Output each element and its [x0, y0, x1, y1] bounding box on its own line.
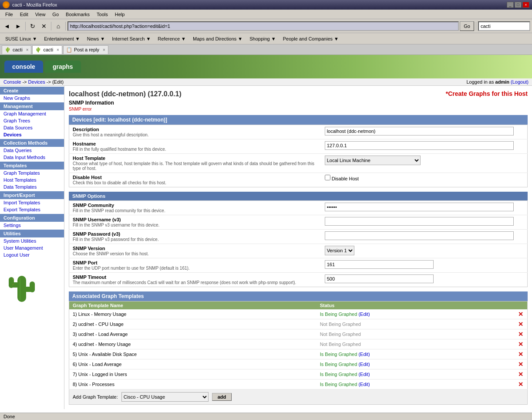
breadcrumb-devices[interactable]: Devices — [28, 79, 45, 85]
menu-help[interactable]: Help — [111, 11, 128, 18]
create-graphs-link[interactable]: *Create Graphs for this Host — [446, 90, 528, 97]
menu-tools[interactable]: Tools — [93, 11, 111, 18]
nav-people-companies[interactable]: People and Companies ▼ — [279, 35, 342, 43]
page-title: localhost (ddc-netmon) (127.0.0.1) — [69, 90, 182, 98]
snmp-port-input[interactable] — [325, 260, 434, 269]
tab-close-2[interactable]: × — [57, 47, 59, 52]
breadcrumb-sep1: -> — [22, 79, 28, 85]
graph-template-name: 7) Unix - Logged in Users — [69, 369, 317, 379]
menu-view[interactable]: View — [32, 11, 49, 18]
disable-host-checkbox[interactable] — [325, 175, 330, 180]
nav-suse-linux[interactable]: SUSE Linux ▼ — [2, 35, 40, 43]
graphs-tab[interactable]: graphs — [45, 61, 81, 73]
delete-icon[interactable]: ✕ — [518, 311, 523, 318]
description-input[interactable] — [325, 127, 514, 135]
graph-template-delete[interactable]: ✕ — [515, 339, 528, 349]
delete-icon[interactable]: ✕ — [518, 341, 523, 348]
delete-icon[interactable]: ✕ — [518, 361, 523, 368]
graph-template-delete[interactable]: ✕ — [515, 319, 528, 329]
tab-cacti-1[interactable]: 🌵 cacti × — [2, 45, 31, 54]
sidebar-import-templates[interactable]: Import Templates — [0, 199, 64, 206]
host-template-label: Host Template — [73, 156, 318, 161]
sidebar-devices[interactable]: Devices — [0, 131, 64, 138]
snmp-password-input[interactable] — [325, 231, 514, 240]
back-button[interactable]: ◄ — [2, 21, 12, 31]
sidebar-graph-management[interactable]: Graph Management — [0, 110, 64, 117]
go-button[interactable]: Go — [460, 21, 474, 31]
sidebar-graph-trees[interactable]: Graph Trees — [0, 117, 64, 124]
hostname-row: Hostname Fill in the fully qualified hos… — [69, 139, 528, 154]
graph-template-delete[interactable]: ✕ — [515, 349, 528, 359]
sidebar-logout-user[interactable]: Logout User — [0, 251, 64, 258]
delete-icon[interactable]: ✕ — [518, 331, 523, 338]
hostname-desc: Fill in the fully qualified hostname for… — [73, 147, 318, 152]
main-layout: Create New Graphs Management Graph Manag… — [0, 86, 532, 409]
snmp-timeout-input[interactable] — [325, 274, 434, 283]
table-row: 4) ucd/net - Memory UsageNot Being Graph… — [69, 339, 528, 349]
sidebar-export-templates[interactable]: Export Templates — [0, 206, 64, 213]
sidebar-graph-templates[interactable]: Graph Templates — [0, 169, 64, 176]
close-button[interactable]: × — [522, 2, 529, 8]
minimize-button[interactable]: _ — [507, 2, 514, 8]
sidebar-settings[interactable]: Settings — [0, 222, 64, 229]
tab-cacti-2[interactable]: 🌵 cacti × — [32, 45, 62, 54]
home-button[interactable]: ⌂ — [53, 21, 64, 31]
table-row: 8) Unix - ProcessesIs Being Graphed (Edi… — [69, 379, 528, 390]
breadcrumb-console[interactable]: Console — [3, 79, 21, 85]
delete-icon[interactable]: ✕ — [518, 381, 523, 388]
snmp-version-desc: Choose the SNMP version for this host. — [73, 251, 318, 256]
nav-news[interactable]: News ▼ — [84, 35, 108, 43]
tab-close-3[interactable]: × — [103, 47, 105, 52]
sidebar-data-templates[interactable]: Data Templates — [0, 183, 64, 190]
graph-template-delete[interactable]: ✕ — [515, 379, 528, 390]
menu-edit[interactable]: Edit — [17, 11, 32, 18]
hostname-input[interactable] — [325, 141, 514, 150]
nav-entertainment[interactable]: Entertainment ▼ — [40, 35, 83, 43]
graph-template-delete[interactable]: ✕ — [515, 369, 528, 379]
snmp-username-input[interactable] — [325, 217, 514, 226]
graph-template-delete[interactable]: ✕ — [515, 359, 528, 369]
tab-post-reply[interactable]: 📋 Post a reply × — [63, 45, 108, 54]
sidebar-new-graphs[interactable]: New Graphs — [0, 95, 64, 102]
sidebar-host-templates[interactable]: Host Templates — [0, 176, 64, 183]
sidebar-data-input-methods[interactable]: Data Input Methods — [0, 154, 64, 161]
add-template-button[interactable]: add — [212, 393, 232, 401]
graph-template-name: 6) Unix - Load Average — [69, 359, 317, 369]
toolbar-separator-2 — [51, 22, 51, 30]
nav-shopping[interactable]: Shopping ▼ — [246, 35, 279, 43]
menu-go[interactable]: Go — [49, 11, 62, 18]
stop-button[interactable]: ✕ — [39, 21, 49, 31]
delete-icon[interactable]: ✕ — [518, 351, 523, 358]
delete-icon[interactable]: ✕ — [518, 321, 523, 328]
menu-file[interactable]: File — [2, 11, 17, 18]
delete-icon[interactable]: ✕ — [518, 371, 523, 378]
nav-reference[interactable]: Reference ▼ — [154, 35, 189, 43]
forward-button[interactable]: ► — [13, 21, 24, 31]
snmp-community-desc: Fill in the SNMP read community for this… — [73, 208, 318, 213]
reload-button[interactable]: ↻ — [27, 21, 38, 31]
console-tab[interactable]: console — [4, 61, 43, 73]
maximize-button[interactable]: □ — [515, 2, 522, 8]
graph-template-delete[interactable]: ✕ — [515, 309, 528, 319]
nav-internet-search[interactable]: Internet Search ▼ — [108, 35, 154, 43]
menu-bar: File Edit View Go Bookmarks Tools Help — [0, 10, 532, 19]
tab-close-1[interactable]: × — [26, 47, 29, 52]
search-input[interactable] — [478, 21, 530, 31]
address-bar[interactable] — [67, 21, 459, 31]
sidebar-user-management[interactable]: User Management — [0, 244, 64, 251]
snmp-version-select[interactable]: Version 1 Version 2 Version 3 — [325, 246, 354, 255]
host-template-select[interactable]: Local Linux Machine Generic SNMP-enabled… — [325, 156, 421, 165]
add-template-select[interactable]: Cisco - CPU Usage Linux - Memory Usage u… — [121, 392, 209, 402]
breadcrumb-sep2: -> — [47, 79, 52, 85]
sidebar-templates-header: Templates — [0, 162, 64, 169]
graph-template-delete[interactable]: ✕ — [515, 329, 528, 339]
nav-maps-directions[interactable]: Maps and Directions ▼ — [189, 35, 246, 43]
sidebar-data-sources[interactable]: Data Sources — [0, 124, 64, 131]
sidebar-data-queries[interactable]: Data Queries — [0, 147, 64, 154]
snmp-community-input[interactable] — [325, 203, 514, 211]
menu-bookmarks[interactable]: Bookmarks — [62, 11, 93, 18]
logout-link[interactable]: (Logout) — [511, 79, 529, 85]
sidebar-system-utilities[interactable]: System Utilities — [0, 237, 64, 244]
table-row: 1) Linux - Memory UsageIs Being Graphed … — [69, 309, 528, 319]
toolbar: ◄ ► ↻ ✕ ⌂ Go — [0, 19, 532, 33]
